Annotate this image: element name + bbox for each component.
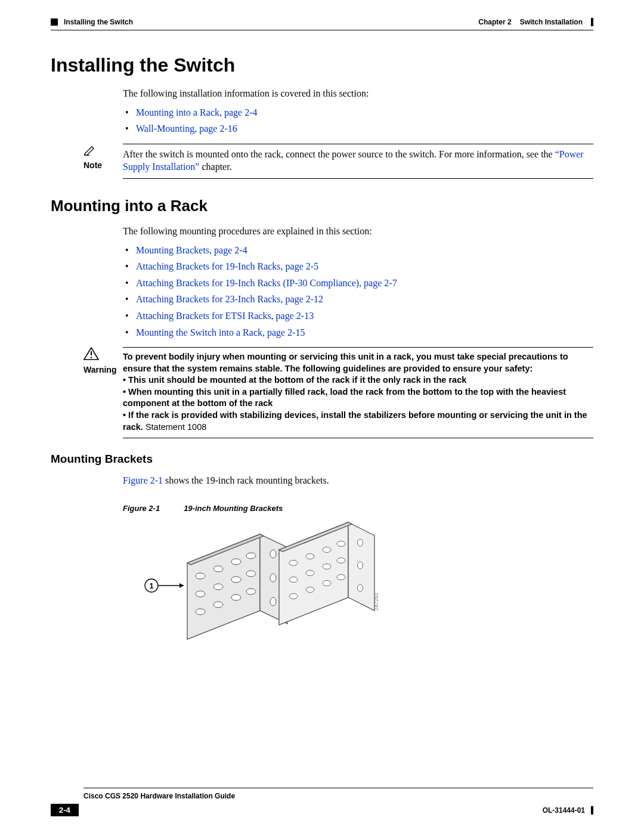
svg-point-17 (196, 609, 205, 615)
svg-marker-5 (179, 583, 184, 588)
svg-point-20 (246, 589, 256, 594)
footer-doc-number: OL-31444-01 (543, 806, 585, 815)
figure-caption-label: Figure 2-1 (123, 504, 160, 513)
footer-docnum-wrap: OL-31444-01 (543, 806, 593, 815)
svg-point-37 (323, 580, 331, 586)
svg-point-21 (270, 550, 276, 558)
figure-callout-number: 1 (149, 581, 153, 590)
note-body: After the switch is mounted onto the rac… (123, 144, 593, 179)
page-number-badge: 2-4 (51, 804, 79, 816)
list-item: Attaching Brackets for ETSI Racks, page … (123, 309, 593, 323)
page-footer: Cisco CGS 2520 Hardware Installation Gui… (0, 788, 644, 816)
warning-callout: Warning To prevent bodily injury when mo… (51, 347, 593, 438)
warning-label: Warning (83, 365, 116, 374)
link-19inch-ip30[interactable]: Attaching Brackets for 19-Inch Racks (IP… (136, 278, 397, 288)
footer-bar-icon (591, 806, 593, 815)
svg-point-38 (337, 574, 345, 580)
list-item: Mounting into a Rack, page 2-4 (123, 106, 593, 119)
link-list-2: Mounting Brackets, page 2-4 Attaching Br… (123, 244, 593, 339)
warning-p1: To prevent bodily injury when mounting o… (123, 351, 593, 374)
svg-point-40 (358, 562, 363, 569)
svg-point-35 (289, 593, 298, 599)
svg-point-39 (358, 539, 363, 546)
warning-triangle-icon (83, 347, 99, 363)
figure-caption: Figure 2-119-inch Mounting Brackets (123, 504, 593, 513)
svg-point-23 (270, 597, 276, 606)
pencil-icon (83, 144, 97, 158)
svg-point-41 (358, 584, 363, 592)
intro-paragraph-2: The following mounting procedures are ex… (123, 225, 593, 238)
warning-left: Warning (51, 347, 123, 374)
svg-point-9 (196, 573, 205, 579)
warning-body: To prevent bodily injury when mounting o… (123, 347, 593, 438)
svg-point-27 (289, 560, 298, 565)
svg-point-31 (289, 577, 298, 582)
header-left: Installing the Switch (51, 18, 133, 26)
link-23inch-racks[interactable]: Attaching Brackets for 23-Inch Racks, pa… (136, 294, 323, 304)
figure-brackets: 1 (141, 521, 391, 658)
header-section-label: Installing the Switch (64, 18, 133, 26)
svg-point-30 (337, 541, 345, 546)
list-item: Mounting the Switch into a Rack, page 2-… (123, 326, 593, 339)
note-text-after: chapter. (199, 162, 231, 172)
link-mounting-rack[interactable]: Mounting into a Rack, page 2-4 (136, 107, 258, 117)
note-left: Note (51, 144, 123, 170)
list-item: Attaching Brackets for 19-Inch Racks, pa… (123, 260, 593, 273)
header-rule (51, 30, 593, 30)
header-square-icon (51, 18, 58, 26)
header-bar-icon (591, 18, 593, 26)
svg-point-32 (306, 570, 314, 575)
section-heading-mounting: Mounting into a Rack (51, 197, 593, 215)
link-mounting-brackets[interactable]: Mounting Brackets, page 2-4 (136, 245, 247, 255)
warning-b1: • This unit should be mounted at the bot… (123, 374, 593, 386)
note-label: Note (83, 160, 102, 170)
svg-point-34 (337, 558, 345, 563)
list-item: Mounting Brackets, page 2-4 (123, 244, 593, 257)
warning-b2: • When mounting this unit in a partially… (123, 386, 593, 410)
list-item: Wall-Mounting, page 2-16 (123, 122, 593, 135)
warning-statement: Statement 1008 (143, 422, 206, 432)
svg-point-22 (270, 574, 276, 582)
svg-point-18 (213, 602, 223, 608)
svg-point-29 (323, 547, 331, 552)
header-right: Chapter 2 Switch Installation (478, 18, 593, 26)
svg-text:247262: 247262 (373, 593, 379, 611)
intro-paragraph-1: The following installation information i… (123, 87, 593, 100)
svg-point-11 (231, 559, 241, 565)
figure-caption-title: 19-inch Mounting Brackets (184, 504, 283, 513)
note-text-before: After the switch is mounted onto the rac… (123, 149, 555, 159)
svg-point-14 (213, 584, 223, 590)
header-chapter-title: Switch Installation (520, 18, 583, 26)
svg-point-28 (306, 553, 314, 559)
link-19inch-racks[interactable]: Attaching Brackets for 19-Inch Racks, pa… (136, 261, 318, 271)
page-title: Installing the Switch (51, 54, 593, 76)
svg-point-13 (196, 591, 205, 597)
svg-point-15 (231, 577, 241, 583)
svg-point-12 (246, 553, 256, 559)
link-list-1: Mounting into a Rack, page 2-4 Wall-Moun… (123, 106, 593, 135)
note-callout: Note After the switch is mounted onto th… (51, 144, 593, 179)
figure-intro: Figure 2-1 shows the 19-inch rack mounti… (123, 474, 593, 487)
footer-guide-title: Cisco CGS 2520 Hardware Installation Gui… (83, 792, 593, 800)
svg-point-36 (306, 587, 314, 592)
list-item: Attaching Brackets for 23-Inch Racks, pa… (123, 293, 593, 306)
svg-point-2 (91, 357, 92, 358)
page-header: Installing the Switch Chapter 2 Switch I… (51, 18, 593, 26)
svg-point-10 (213, 566, 223, 572)
link-wall-mounting[interactable]: Wall-Mounting, page 2-16 (136, 123, 237, 134)
figure-intro-rest: shows the 19-inch rack mounting brackets… (163, 475, 329, 485)
svg-point-16 (246, 571, 256, 577)
header-chapter-label: Chapter 2 (478, 18, 511, 26)
figure-ref-link[interactable]: Figure 2-1 (123, 475, 163, 485)
link-mounting-switch[interactable]: Mounting the Switch into a Rack, page 2-… (136, 327, 305, 337)
link-etsi-racks[interactable]: Attaching Brackets for ETSI Racks, page … (136, 311, 314, 321)
svg-point-33 (323, 563, 331, 569)
svg-point-19 (231, 594, 241, 600)
subsection-mounting-brackets: Mounting Brackets (51, 453, 593, 466)
footer-rule (83, 788, 593, 788)
list-item: Attaching Brackets for 19-Inch Racks (IP… (123, 277, 593, 290)
